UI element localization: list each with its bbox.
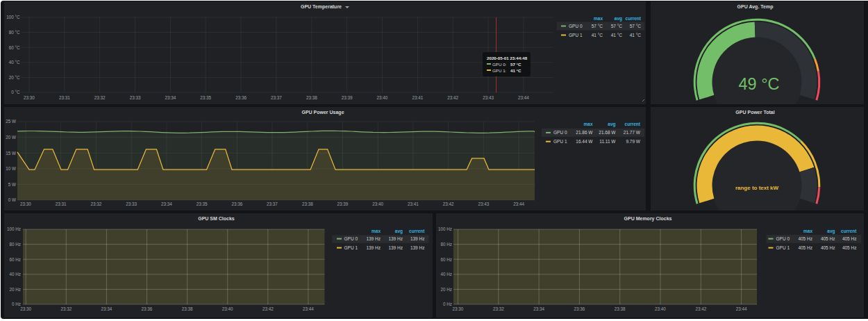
svg-text:23:37: 23:37 [271, 95, 282, 100]
svg-text:405 Hz: 405 Hz [798, 245, 812, 250]
svg-text:21.68 W: 21.68 W [599, 130, 616, 135]
svg-text:23:44: 23:44 [303, 306, 314, 311]
svg-text:23:43: 23:43 [483, 95, 494, 100]
svg-text:23:32: 23:32 [94, 95, 106, 100]
svg-text:80 Hz: 80 Hz [441, 242, 452, 247]
svg-text:avg: avg [395, 229, 403, 234]
svg-text:23:31: 23:31 [59, 95, 70, 100]
svg-text:23:38: 23:38 [306, 95, 317, 100]
svg-text:23:40: 23:40 [222, 306, 233, 311]
svg-text:405 Hz: 405 Hz [842, 245, 857, 250]
svg-text:GPU 1: GPU 1 [344, 245, 358, 250]
svg-text:23:39: 23:39 [342, 95, 353, 100]
svg-text:23:42: 23:42 [443, 201, 454, 206]
svg-text:405 Hz: 405 Hz [798, 236, 812, 241]
svg-text:23:33: 23:33 [130, 95, 141, 100]
svg-text:20 Hz: 20 Hz [10, 287, 21, 292]
svg-text:23:40: 23:40 [377, 95, 388, 100]
svg-text:23:32: 23:32 [60, 306, 72, 311]
svg-text:23:31: 23:31 [56, 201, 67, 206]
svg-text:23:30: 23:30 [20, 201, 31, 206]
svg-text:GPU 0: GPU 0 [553, 130, 567, 135]
svg-text:100 Hz: 100 Hz [7, 227, 21, 231]
svg-text:range to text kW: range to text kW [735, 185, 779, 191]
svg-text:23:36: 23:36 [142, 306, 153, 311]
svg-text:23:41: 23:41 [412, 95, 424, 100]
svg-text:23:36: 23:36 [231, 201, 242, 206]
svg-text:avg: avg [827, 229, 835, 234]
svg-text:405 Hz: 405 Hz [842, 236, 857, 241]
svg-text:max: max [583, 122, 592, 126]
svg-text:139 Hz: 139 Hz [388, 236, 403, 241]
svg-text:5 W: 5 W [8, 182, 16, 187]
svg-text:57 °C: 57 °C [592, 24, 603, 28]
svg-text:21.77 W: 21.77 W [624, 130, 641, 135]
svg-text:100 °C: 100 °C [6, 15, 20, 19]
svg-text:23:35: 23:35 [200, 95, 211, 100]
svg-text:23:30: 23:30 [24, 95, 35, 100]
svg-text:max: max [594, 16, 603, 21]
svg-text:23:35: 23:35 [197, 201, 208, 206]
svg-text:40 °C: 40 °C [9, 60, 20, 65]
svg-text:23:41: 23:41 [408, 201, 419, 206]
svg-text:23:32: 23:32 [493, 306, 504, 311]
svg-text:9.79 W: 9.79 W [626, 139, 640, 144]
svg-text:23:36: 23:36 [235, 95, 247, 100]
svg-text:10 W: 10 W [6, 166, 16, 171]
svg-text:23:38: 23:38 [302, 201, 313, 206]
svg-text:GPU 1: GPU 1 [569, 33, 583, 38]
svg-text:25 W: 25 W [6, 119, 16, 124]
svg-text:23:38: 23:38 [182, 306, 193, 311]
svg-text:23:37: 23:37 [267, 201, 278, 206]
svg-text:41 °C: 41 °C [592, 33, 603, 38]
svg-text:21.86 W: 21.86 W [576, 130, 593, 135]
svg-text:23:34: 23:34 [533, 306, 544, 311]
svg-text:60 Hz: 60 Hz [10, 257, 21, 262]
svg-text:23:42: 23:42 [262, 306, 274, 311]
svg-text:80 °C: 80 °C [9, 30, 20, 35]
svg-text:405 Hz: 405 Hz [821, 245, 835, 250]
svg-text:GPU 0: GPU 0 [344, 236, 358, 241]
svg-text:60 °C: 60 °C [9, 45, 20, 50]
svg-text:20 Hz: 20 Hz [441, 287, 452, 292]
svg-text:GPU 1: GPU 1 [776, 245, 790, 250]
svg-text:139 Hz: 139 Hz [366, 245, 381, 250]
svg-text:100 Hz: 100 Hz [438, 227, 452, 231]
svg-text:23:42: 23:42 [695, 306, 706, 311]
svg-text:40 Hz: 40 Hz [441, 272, 452, 277]
svg-text:current: current [841, 229, 857, 233]
svg-text:80 Hz: 80 Hz [10, 242, 21, 247]
svg-text:0 °C: 0 °C [11, 90, 20, 94]
svg-text:23:44: 23:44 [518, 95, 529, 100]
svg-text:avg: avg [615, 16, 622, 22]
svg-text:max: max [372, 229, 381, 233]
svg-text:40 Hz: 40 Hz [10, 272, 21, 277]
svg-text:41 °C: 41 °C [611, 33, 623, 38]
svg-text:20 W: 20 W [6, 135, 16, 140]
svg-text:57 °C: 57 °C [611, 24, 623, 28]
svg-text:GPU 0: GPU 0 [776, 236, 790, 241]
svg-text:current: current [625, 122, 641, 126]
svg-text:23:34: 23:34 [161, 201, 172, 206]
svg-text:0 Hz: 0 Hz [443, 302, 452, 306]
svg-text:23:32: 23:32 [91, 201, 102, 206]
svg-text:GPU 1: GPU 1 [553, 139, 567, 144]
svg-text:15 W: 15 W [6, 151, 16, 156]
svg-text:23:44: 23:44 [736, 306, 747, 311]
svg-text:current: current [409, 229, 425, 233]
svg-text:GPU 0: GPU 0 [569, 24, 583, 28]
svg-text:23:30: 23:30 [453, 306, 464, 311]
svg-text:20 °C: 20 °C [9, 75, 20, 80]
svg-text:139 Hz: 139 Hz [388, 245, 403, 250]
svg-text:0 W: 0 W [8, 197, 16, 202]
svg-text:57 °C: 57 °C [630, 24, 642, 28]
svg-text:16.44 W: 16.44 W [576, 139, 593, 144]
svg-text:current: current [626, 16, 642, 21]
svg-text:23:34: 23:34 [165, 95, 176, 100]
svg-text:23:39: 23:39 [337, 201, 349, 206]
svg-text:41 °C: 41 °C [630, 33, 642, 38]
svg-text:23:42: 23:42 [447, 95, 458, 100]
svg-text:60 Hz: 60 Hz [441, 257, 452, 262]
svg-text:23:30: 23:30 [20, 306, 31, 311]
svg-text:23:38: 23:38 [615, 306, 626, 311]
